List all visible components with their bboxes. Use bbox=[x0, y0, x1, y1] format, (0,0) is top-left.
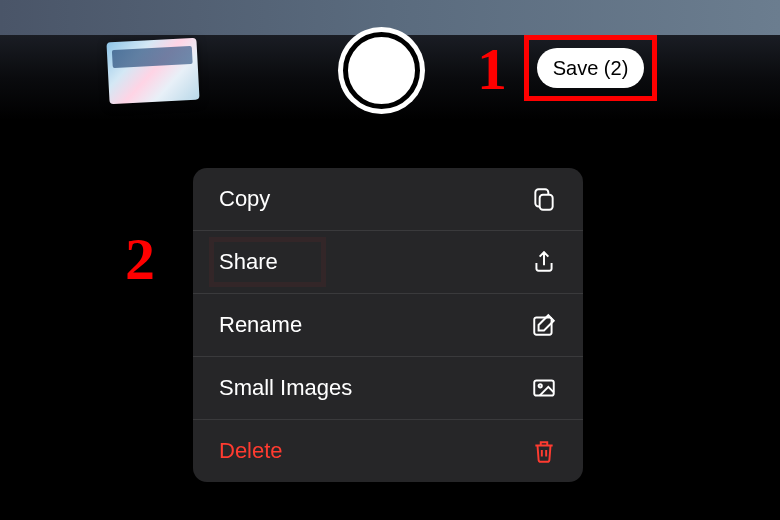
top-blur-background bbox=[0, 0, 780, 35]
menu-item-small-images[interactable]: Small Images bbox=[193, 357, 583, 420]
trash-icon bbox=[531, 438, 557, 464]
copy-icon bbox=[531, 186, 557, 212]
shutter-button[interactable] bbox=[343, 32, 420, 109]
share-icon bbox=[531, 249, 557, 275]
menu-item-share[interactable]: Share bbox=[193, 231, 583, 294]
save-button[interactable]: Save (2) bbox=[537, 48, 644, 88]
menu-label: Rename bbox=[219, 312, 302, 338]
screenshot-thumbnail[interactable] bbox=[106, 38, 199, 105]
save-button-label: Save (2) bbox=[553, 57, 629, 80]
menu-item-delete[interactable]: Delete bbox=[193, 420, 583, 482]
menu-item-rename[interactable]: Rename bbox=[193, 294, 583, 357]
rename-icon bbox=[531, 312, 557, 338]
context-menu: Copy Share Rename Small Images Delete bbox=[193, 168, 583, 482]
annotation-number-2: 2 bbox=[125, 225, 155, 294]
menu-label: Share bbox=[219, 249, 278, 275]
menu-item-copy[interactable]: Copy bbox=[193, 168, 583, 231]
svg-point-3 bbox=[539, 384, 542, 387]
svg-rect-2 bbox=[534, 380, 554, 395]
menu-label: Small Images bbox=[219, 375, 352, 401]
svg-rect-0 bbox=[540, 195, 553, 210]
image-icon bbox=[531, 375, 557, 401]
menu-label: Delete bbox=[219, 438, 283, 464]
menu-label: Copy bbox=[219, 186, 270, 212]
annotation-number-1: 1 bbox=[477, 35, 507, 104]
